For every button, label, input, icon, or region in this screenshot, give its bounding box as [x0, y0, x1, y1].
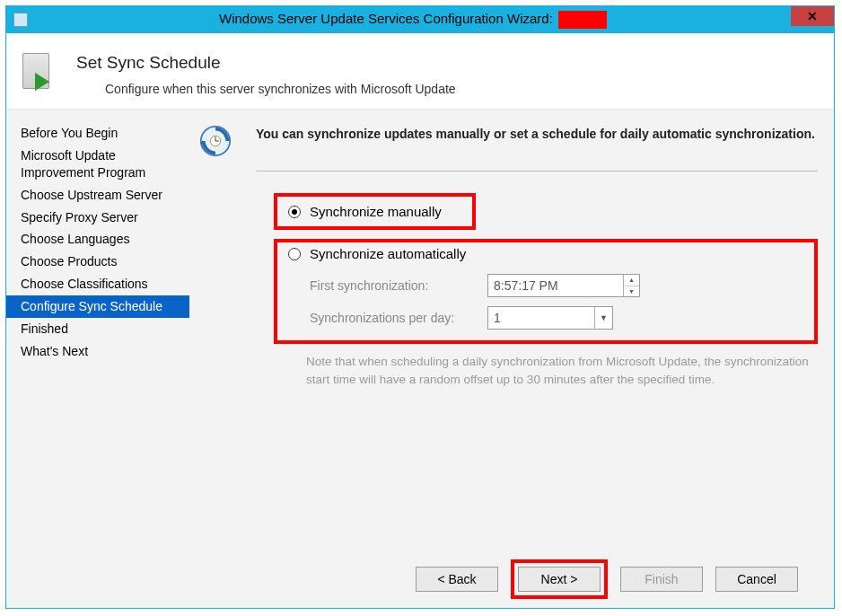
step-improvement-program[interactable]: Microsoft Update Improvement Program: [6, 145, 189, 184]
window-title-text: Windows Server Update Services Configura…: [219, 11, 553, 26]
step-proxy-server[interactable]: Specify Proxy Server: [6, 207, 189, 229]
spin-up-icon[interactable]: ▲: [624, 275, 639, 286]
highlight-next: Next >: [511, 559, 608, 599]
wizard-body: Before You Begin Microsoft Update Improv…: [6, 109, 834, 608]
cancel-button[interactable]: Cancel: [715, 567, 798, 592]
back-button[interactable]: < Back: [416, 567, 498, 592]
chevron-down-icon: ▼: [594, 307, 612, 329]
next-button[interactable]: Next >: [518, 567, 601, 592]
divider: [256, 171, 818, 172]
redacted-server-name: [558, 11, 607, 29]
radio-auto-label: Synchronize automatically: [310, 246, 466, 261]
finish-button: Finish: [620, 567, 703, 592]
first-sync-time-input[interactable]: 8:57:17 PM ▲ ▼: [487, 274, 640, 297]
window-title: Windows Server Update Services Configura…: [28, 11, 834, 29]
radio-icon: [288, 248, 301, 260]
radio-sync-manually[interactable]: Synchronize manually: [283, 200, 447, 223]
header-icon: [22, 53, 62, 92]
wizard-main-panel: You can synchronize updates manually or …: [189, 110, 834, 608]
syncs-per-day-select[interactable]: 1 ▼: [487, 306, 613, 330]
step-whats-next[interactable]: What's Next: [6, 340, 189, 363]
step-products[interactable]: Choose Products: [6, 251, 189, 273]
time-spinner[interactable]: ▲ ▼: [623, 275, 639, 296]
wizard-steps-sidebar: Before You Begin Microsoft Update Improv…: [6, 110, 189, 608]
highlight-manual: Synchronize manually: [274, 193, 476, 230]
schedule-note: Note that when scheduling a daily synchr…: [306, 353, 818, 388]
sync-icon: [198, 124, 232, 158]
app-icon: [13, 13, 28, 27]
intro-text: You can synchronize updates manually or …: [256, 124, 815, 144]
titlebar: Windows Server Update Services Configura…: [6, 6, 834, 33]
first-sync-label: First synchronization:: [310, 278, 471, 293]
step-sync-schedule[interactable]: Configure Sync Schedule: [6, 295, 189, 318]
highlight-auto-block: Synchronize automatically First synchron…: [274, 239, 818, 344]
page-subtitle: Configure when this server synchronizes …: [105, 82, 456, 96]
wizard-window: Windows Server Update Services Configura…: [5, 5, 835, 609]
wizard-footer: < Back Next > Finish Cancel: [198, 550, 818, 608]
radio-manual-label: Synchronize manually: [310, 204, 442, 219]
step-upstream-server[interactable]: Choose Upstream Server: [6, 184, 189, 207]
radio-sync-automatically[interactable]: Synchronize automatically: [283, 242, 807, 265]
per-day-value: 1: [494, 311, 501, 325]
step-before-you-begin[interactable]: Before You Begin: [6, 122, 189, 145]
step-classifications[interactable]: Choose Classifications: [6, 273, 189, 295]
step-languages[interactable]: Choose Languages: [6, 228, 189, 251]
page-title: Set Sync Schedule: [76, 53, 456, 73]
first-sync-value: 8:57:17 PM: [494, 278, 558, 293]
spin-down-icon[interactable]: ▼: [624, 286, 639, 297]
close-button[interactable]: ✕: [791, 6, 834, 26]
per-day-label: Synchronizations per day:: [310, 311, 471, 325]
radio-icon: [288, 206, 301, 218]
sync-options: Synchronize manually Synchronize automat…: [279, 193, 818, 344]
step-finished[interactable]: Finished: [6, 318, 189, 340]
wizard-header: Set Sync Schedule Configure when this se…: [6, 33, 834, 109]
